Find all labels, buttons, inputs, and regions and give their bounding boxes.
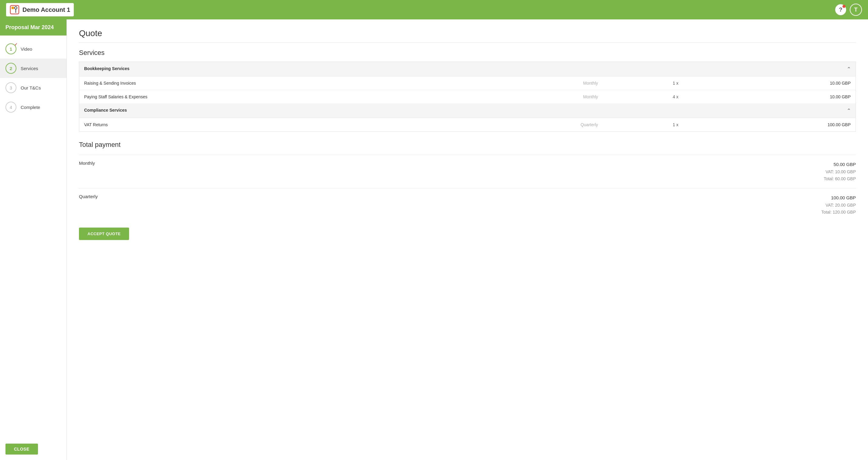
- step-label-1: Video: [21, 46, 32, 52]
- brand-area: Demo Account 1: [6, 3, 74, 17]
- close-button[interactable]: CLOSE: [5, 443, 38, 455]
- step-circle-4: 4: [5, 102, 17, 112]
- group-header-compliance[interactable]: Compliance Services ⌃: [79, 103, 856, 118]
- services-section-title: Services: [79, 49, 856, 57]
- step-circle-3: 3: [5, 82, 17, 93]
- sidebar: Proposal Mar 2024 1 ✓ Video 2 Services 3: [0, 20, 67, 460]
- sidebar-close-area: CLOSE: [0, 438, 66, 460]
- check-icon: ✓: [14, 42, 18, 47]
- help-button[interactable]: ?: [835, 4, 846, 15]
- svg-rect-0: [10, 5, 19, 14]
- page-title: Quote: [79, 29, 856, 43]
- app-title: Demo Account 1: [23, 6, 70, 13]
- payment-row-quarterly: Quarterly 100.00 GBP VAT: 20.00 GBP Tota…: [79, 188, 856, 222]
- step-circle-2: 2: [5, 63, 17, 74]
- content-area: Quote Services Bookkeeping Services ⌃ Ra…: [67, 20, 868, 460]
- step-circle-1: 1 ✓: [5, 43, 17, 54]
- sidebar-item-complete[interactable]: 4 Complete: [0, 97, 66, 117]
- step-label-2: Services: [21, 66, 38, 71]
- user-avatar-button[interactable]: T: [850, 4, 862, 16]
- payment-details-quarterly: 100.00 GBP VAT: 20.00 GBP Total: 120.00 …: [821, 194, 856, 216]
- accept-quote-button[interactable]: ACCEPT QUOTE: [79, 228, 129, 240]
- payment-row-monthly: Monthly 50.00 GBP VAT: 10.00 GBP Total: …: [79, 155, 856, 188]
- sidebar-item-tc[interactable]: 3 Our T&Cs: [0, 78, 66, 97]
- main-container: Proposal Mar 2024 1 ✓ Video 2 Services 3: [0, 20, 868, 460]
- total-payment-title: Total payment: [79, 141, 856, 149]
- payment-details-monthly: 50.00 GBP VAT: 10.00 GBP Total: 60.00 GB…: [824, 161, 856, 183]
- step-label-4: Complete: [21, 105, 40, 110]
- table-row: VAT Returns Quarterly 1 x 100.00 GBP: [79, 118, 856, 132]
- app-logo: [10, 5, 20, 14]
- group-header-bookkeeping[interactable]: Bookkeeping Services ⌃: [79, 62, 856, 76]
- svg-rect-1: [11, 7, 14, 9]
- chevron-up-icon-2: ⌃: [847, 108, 851, 113]
- table-row: Paying Staff Salaries & Expenses Monthly…: [79, 90, 856, 104]
- app-header: Demo Account 1 ? T: [0, 0, 868, 20]
- notification-dot: [842, 5, 845, 8]
- services-table: Bookkeeping Services ⌃ Raising & Sending…: [79, 62, 856, 132]
- header-actions: ? T: [835, 4, 862, 16]
- sidebar-steps: 1 ✓ Video 2 Services 3 Our T&Cs 4: [0, 35, 66, 438]
- sidebar-item-video[interactable]: 1 ✓ Video: [0, 39, 66, 59]
- proposal-title: Proposal Mar 2024: [0, 20, 66, 35]
- chevron-up-icon: ⌃: [847, 66, 851, 72]
- step-label-3: Our T&Cs: [21, 85, 41, 91]
- table-row: Raising & Sending Invoices Monthly 1 x 1…: [79, 76, 856, 90]
- svg-point-2: [14, 7, 17, 9]
- sidebar-item-services[interactable]: 2 Services: [0, 59, 66, 78]
